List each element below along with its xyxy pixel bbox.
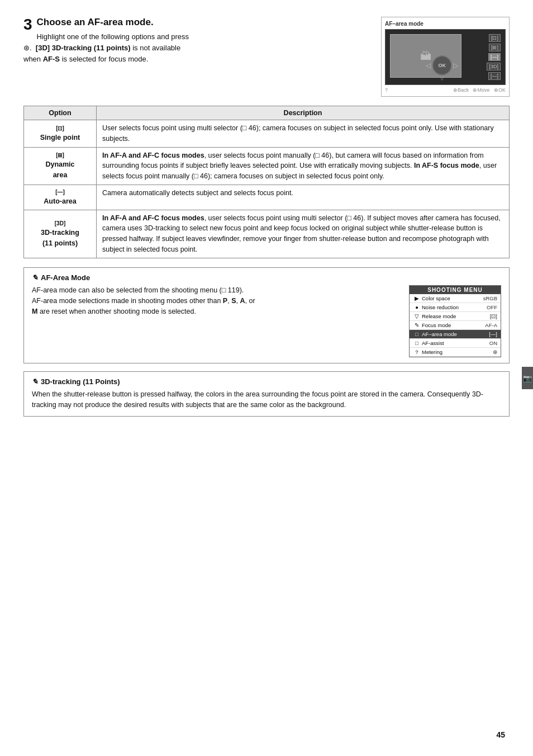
- table-header-option: Option: [24, 106, 97, 120]
- step-text: 3 Choose an AF-area mode. Highlight one …: [23, 17, 381, 65]
- table-header-description: Description: [97, 106, 510, 120]
- af-icon-2: [⊞]: [489, 44, 501, 51]
- option-single-point: [⊡] Single point: [24, 120, 97, 148]
- note-3d-tracking: ✎ 3D-tracking (11 Points) When the shutt…: [23, 371, 510, 417]
- step-title: Choose an AF-area mode.: [37, 17, 154, 27]
- step-section: 3 Choose an AF-area mode. Highlight one …: [23, 17, 510, 97]
- note2-icon: ✎: [32, 377, 38, 386]
- af-mode-icons: [⊡] [⊞] [—] [3D] [—]: [487, 34, 501, 80]
- sm-row-focus-mode: ✎ Focus mode AF-A: [410, 321, 501, 330]
- camera-nav-help: ?: [385, 87, 388, 93]
- step-body: Highlight one of the following options a…: [23, 31, 370, 65]
- sm-title: SHOOTING MENU: [410, 286, 501, 294]
- table-row: [⊞] Dynamicarea In AF-A and AF-C focus m…: [24, 147, 510, 185]
- camera-footer-nav: ? ⊕Back ⊕Move ⊕OK: [385, 87, 506, 93]
- description-dynamic-area: In AF-A and AF-C focus modes, user selec…: [97, 147, 510, 185]
- af-icon-5: [—]: [488, 72, 501, 80]
- step-body-line3: when AF-S is selected for focus mode.: [23, 55, 148, 63]
- sm-row-af-area-mode: □ AF–area mode [—]: [410, 330, 501, 339]
- page-number: 45: [496, 730, 505, 739]
- note2-title: ✎ 3D-tracking (11 Points): [32, 377, 501, 386]
- description-3d-tracking: In AF-A and AF-C focus modes, user selec…: [97, 210, 510, 258]
- table-row: [—] Auto-area Camera automatically detec…: [24, 185, 510, 210]
- nav-ok-label: OK: [438, 63, 446, 68]
- nav-circle: OK: [432, 55, 452, 75]
- note1-icon: ✎: [32, 273, 38, 282]
- option-auto-area: [—] Auto-area: [24, 185, 97, 210]
- af-icon-1: [⊡]: [489, 34, 501, 42]
- description-single-point: User selects focus point using multi sel…: [97, 120, 510, 148]
- note1-line1: AF-area mode can also be selected from t…: [32, 286, 244, 294]
- note1-content: AF-area mode can also be selected from t…: [32, 285, 501, 357]
- af-icon-4: [3D]: [487, 63, 501, 70]
- sm-row-noise-reduction: ● Noise reduction OFF: [410, 303, 501, 312]
- side-tab: 📷: [522, 367, 533, 389]
- step-body-line1: Highlight one of the following options a…: [37, 32, 189, 41]
- note1-line3: M are reset when another shooting mode i…: [32, 308, 196, 315]
- shooting-menu-screenshot: SHOOTING MENU ▶ Color space sRGB ● Noise…: [409, 285, 501, 357]
- step-body-line2: ⊛. [3D] 3D-tracking (11 points) is not a…: [23, 44, 180, 52]
- note1-title: ✎ AF-Area Mode: [32, 273, 501, 282]
- table-row: [⊡] Single point User selects focus poin…: [24, 120, 510, 148]
- option-3d-tracking: [3D] 3D-tracking(11 points): [24, 210, 97, 258]
- sm-row-release-mode: ▽ Release mode [⊡]: [410, 312, 501, 321]
- table-row: [3D] 3D-tracking(11 points) In AF-A and …: [24, 210, 510, 258]
- note-af-area-mode: ✎ AF-Area Mode AF-area mode can also be …: [23, 267, 510, 363]
- af-table: Option Description [⊡] Single point User…: [23, 106, 510, 258]
- camera-nav-instructions: ⊕Back ⊕Move ⊕OK: [453, 87, 506, 93]
- sm-row-af-assist: □ AF-assist ON: [410, 339, 501, 348]
- option-dynamic-area: [⊞] Dynamicarea: [24, 147, 97, 185]
- note2-body: When the shutter-release button is press…: [32, 389, 501, 411]
- camera-screen: 🏔 [⊡] [⊞] [—] [3D] [—] ◁ OK: [385, 29, 506, 85]
- camera-diagram-title: AF–area mode: [385, 21, 506, 27]
- camera-diagram: AF–area mode 🏔 [⊡] [⊞] [—] [3D] [—] ◁: [381, 17, 510, 97]
- sm-row-color-space: ▶ Color space sRGB: [410, 294, 501, 303]
- step-number: 3: [23, 17, 32, 32]
- sm-row-metering: ? Metering ⊛: [410, 348, 501, 357]
- af-icon-3: [—]: [488, 53, 501, 61]
- camera-icon: 📷: [524, 374, 532, 382]
- note1-line2: AF-area mode selections made in shooting…: [32, 297, 255, 305]
- description-auto-area: Camera automatically detects subject and…: [97, 185, 510, 210]
